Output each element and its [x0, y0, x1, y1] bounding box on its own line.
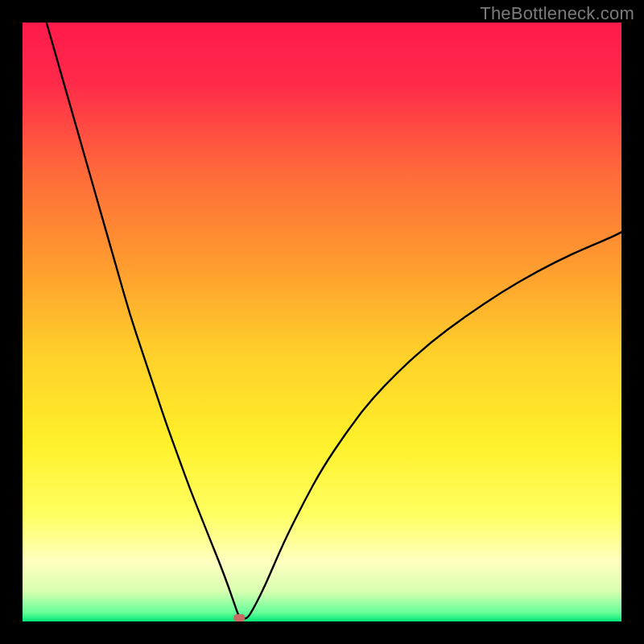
bottleneck-chart [23, 23, 621, 621]
gradient-background [23, 23, 621, 621]
watermark-text: TheBottleneck.com [480, 3, 634, 24]
optimal-point-marker [233, 614, 245, 621]
chart-frame [23, 23, 621, 621]
